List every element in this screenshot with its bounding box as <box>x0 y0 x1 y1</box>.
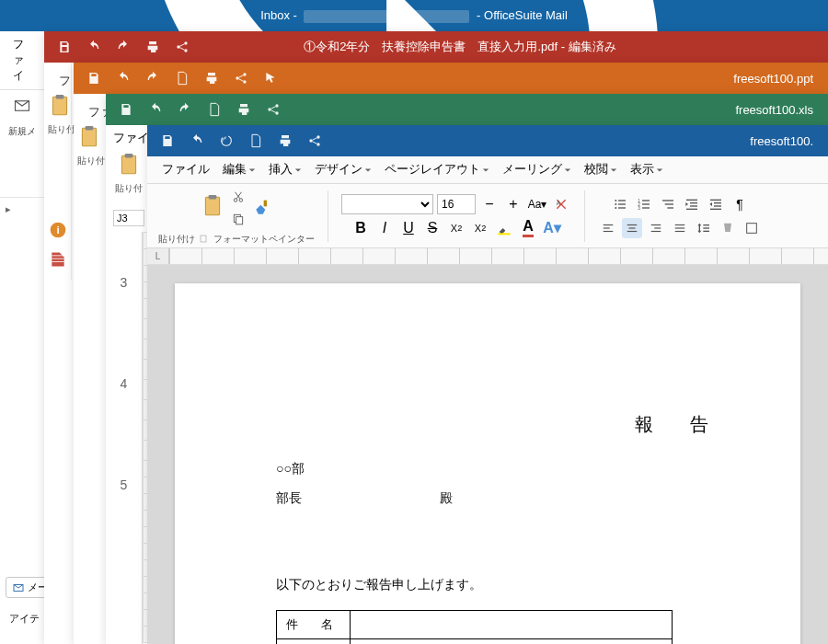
share-icon[interactable] <box>234 71 248 86</box>
svg-rect-46 <box>665 203 673 204</box>
font-family-select[interactable] <box>341 194 433 214</box>
items-label: アイテ <box>9 612 40 626</box>
svg-rect-63 <box>654 227 661 228</box>
strike-button[interactable]: S <box>422 218 443 238</box>
info-icon[interactable]: i <box>49 221 67 239</box>
bold-button[interactable]: B <box>351 218 371 238</box>
new-file-icon[interactable] <box>207 102 222 117</box>
bookmark-icon[interactable] <box>49 250 67 269</box>
format-painter-button[interactable] <box>252 198 272 218</box>
svg-rect-44 <box>642 207 650 208</box>
svg-rect-42 <box>642 203 650 204</box>
print-icon[interactable] <box>145 40 160 54</box>
bullets-button[interactable] <box>610 194 630 214</box>
menu-view[interactable]: 表示 <box>625 158 669 181</box>
font-color-button[interactable]: A <box>518 218 538 238</box>
font-shrink-button[interactable]: − <box>479 194 500 214</box>
menu-insert[interactable]: 挿入 <box>263 158 307 181</box>
redo-icon[interactable] <box>116 40 131 54</box>
change-case-button[interactable]: Aa▾ <box>527 194 547 214</box>
copy-button[interactable] <box>228 209 248 229</box>
svg-point-9 <box>236 76 238 79</box>
undo-icon[interactable] <box>190 133 204 148</box>
align-right-button[interactable] <box>646 218 666 238</box>
print-icon[interactable] <box>236 102 251 117</box>
svg-rect-71 <box>747 223 757 233</box>
save-icon[interactable] <box>160 133 175 148</box>
share-icon[interactable] <box>307 133 322 148</box>
superscript-button[interactable]: X2 <box>470 218 490 238</box>
svg-point-15 <box>275 104 278 107</box>
print-icon[interactable] <box>204 71 219 86</box>
menu-page-layout[interactable]: ページレイアウト <box>379 158 495 181</box>
multilevel-button[interactable] <box>658 194 678 214</box>
line-spacing-button[interactable] <box>694 218 714 238</box>
menu-edit[interactable]: 編集 <box>217 158 261 181</box>
shading-button[interactable] <box>718 218 738 238</box>
borders-button[interactable] <box>742 218 762 238</box>
menu-file[interactable]: ファイル <box>156 158 215 181</box>
xls-menu-file[interactable]: ファイ <box>113 131 149 146</box>
doc-titlebar: freesoft100. <box>147 125 828 156</box>
svg-rect-54 <box>714 205 721 206</box>
svg-point-2 <box>177 45 179 48</box>
save-icon[interactable] <box>57 40 72 54</box>
save-icon[interactable] <box>119 102 133 117</box>
align-left-button[interactable] <box>598 218 618 238</box>
show-marks-button[interactable]: ¶ <box>730 194 750 214</box>
highlight-button[interactable] <box>494 218 514 238</box>
undo-icon[interactable] <box>148 102 163 117</box>
print-icon[interactable] <box>278 133 293 148</box>
save-icon[interactable] <box>86 71 101 86</box>
text-effects-button[interactable]: A▾ <box>542 218 562 238</box>
mail-titlebar: Inbox - - OfficeSuite Mail <box>0 0 828 31</box>
doc-title: freesoft100. <box>750 134 828 148</box>
xls-paste-button[interactable] <box>108 151 149 182</box>
format-painter-label: フォーマットペインター <box>199 233 315 246</box>
underline-button[interactable]: U <box>398 218 419 238</box>
share-icon[interactable] <box>266 102 281 117</box>
menu-review[interactable]: 校閲 <box>579 158 623 181</box>
svg-rect-12 <box>82 128 96 146</box>
align-center-button[interactable] <box>622 218 642 238</box>
svg-text:A: A <box>557 200 561 206</box>
align-justify-button[interactable] <box>670 218 690 238</box>
svg-rect-13 <box>86 126 94 130</box>
font-size-select[interactable] <box>437 194 476 214</box>
redo-icon[interactable] <box>178 102 192 117</box>
cut-button[interactable] <box>228 187 248 207</box>
font-grow-button[interactable]: + <box>503 194 523 214</box>
paste-button[interactable] <box>201 192 224 224</box>
menu-design[interactable]: デザイン <box>309 158 377 181</box>
italic-button[interactable]: I <box>374 218 395 238</box>
redo-icon[interactable] <box>145 71 160 86</box>
name-box[interactable] <box>113 210 144 226</box>
ppt-paste-group[interactable]: 貼り付 <box>77 123 105 167</box>
svg-rect-51 <box>686 208 697 209</box>
svg-text:i: i <box>56 224 59 236</box>
svg-rect-61 <box>627 230 638 231</box>
svg-point-3 <box>184 41 187 44</box>
numbering-button[interactable]: 123 <box>634 194 654 214</box>
menu-mailing[interactable]: メーリング <box>497 158 577 181</box>
share-icon[interactable] <box>175 40 190 54</box>
outline-group-number[interactable]: 3 <box>106 232 142 333</box>
ruler[interactable]: L <box>147 248 828 265</box>
undo-icon[interactable] <box>86 40 101 54</box>
doc-canvas[interactable]: 報 告 ○○部 部長 殿 以下のとおりご報告申し上げます。 件 名 日 時 平成… <box>147 265 828 644</box>
outline-group-number[interactable]: 4 <box>106 333 142 434</box>
undo-icon[interactable] <box>116 71 131 86</box>
cursor-icon[interactable] <box>263 71 278 86</box>
doc-window: freesoft100. ファイル 編集 挿入 デザイン ページレイアウト メー… <box>147 125 828 644</box>
outline-group-number[interactable]: 5 <box>106 434 142 535</box>
new-file-icon[interactable] <box>248 133 263 148</box>
dec-indent-button[interactable] <box>682 194 702 214</box>
clear-format-button[interactable]: A <box>551 194 571 214</box>
subscript-button[interactable]: X2 <box>446 218 466 238</box>
ruler-corner: L <box>147 248 169 264</box>
redo-icon[interactable] <box>219 133 234 148</box>
new-file-icon[interactable] <box>175 71 190 86</box>
dept-line: ○○部 <box>276 454 718 483</box>
svg-rect-60 <box>629 227 636 228</box>
inc-indent-button[interactable] <box>706 194 726 214</box>
